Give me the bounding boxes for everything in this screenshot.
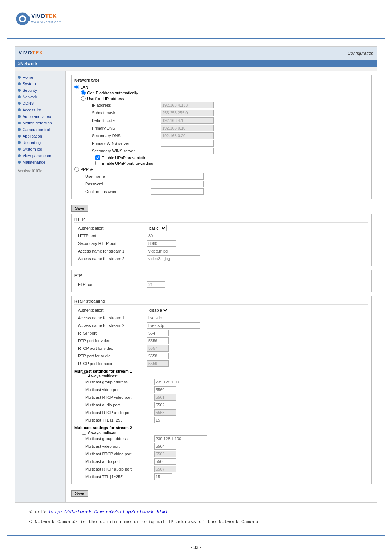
default-router-input[interactable]	[161, 117, 214, 124]
sidebar-item-network[interactable]: Network	[15, 94, 65, 100]
ip-address-input[interactable]	[161, 102, 214, 108]
password-input[interactable]	[151, 181, 204, 187]
rtsp-auth-row: Authentication: disable basic digest	[74, 307, 368, 313]
primary-wins-input[interactable]	[161, 140, 214, 147]
rtsp-section: RTSP streaming Authentication: disable b…	[71, 296, 372, 484]
access-stream1-input[interactable]	[147, 248, 200, 254]
multicast-audio-port1-input[interactable]	[154, 402, 176, 408]
sidebar-item-ddns[interactable]: DDNS	[15, 100, 65, 107]
upnp-port-checkbox[interactable]	[95, 161, 100, 165]
camera-panel: VIVOTEK Configuration >Network Home Syst…	[15, 46, 377, 503]
pppoe-row: PPPoE	[74, 167, 368, 172]
multicast-ttl2-row: Multicast TTL [1~255]	[82, 473, 368, 480]
pppoe-section: User name Password Confirm password	[74, 173, 368, 195]
username-input[interactable]	[151, 173, 204, 180]
multicast-ttl1-input[interactable]	[154, 417, 172, 423]
auto-ip-radio[interactable]	[81, 90, 86, 95]
secondary-wins-row: Secondary WINS server	[88, 148, 368, 154]
subnet-mask-row: Subnet mask	[88, 110, 368, 116]
rtp-audio-row: RTP port for audio	[74, 353, 368, 359]
rtcp-video-row: RTCP port for video	[74, 345, 368, 352]
multicast-group1-input[interactable]	[154, 379, 207, 385]
rtsp-auth-select[interactable]: disable basic digest	[147, 307, 168, 313]
panel-body: Home System Security Network DDNS	[15, 71, 377, 502]
sidebar-item-system[interactable]: System	[15, 81, 65, 87]
pppoe-radio[interactable]	[74, 167, 79, 172]
save-button-1[interactable]: Save	[71, 205, 88, 212]
view-params-dot-icon	[18, 154, 21, 157]
multicast-video-port1-input[interactable]	[154, 386, 176, 393]
rtsp-title: RTSP streaming	[74, 299, 368, 305]
rtp-audio-input[interactable]	[147, 353, 169, 359]
multicast-stream2-title: Multicast settings for stream 2	[74, 426, 368, 430]
rtcp-audio-row: RTCP port for audio	[74, 360, 368, 367]
multicast-rtcp-audio1-input[interactable]	[154, 409, 176, 416]
multicast-audio-port2-input[interactable]	[154, 458, 176, 465]
upnp-port-row: Enable UPnP port forwarding	[81, 161, 368, 165]
primary-dns-input[interactable]	[161, 125, 214, 131]
system-log-dot-icon	[18, 148, 21, 151]
multicast-rtcp-video2-row: Multicast RTCP video port	[82, 451, 368, 457]
top-header: VIVOTEK www.vivotek.com	[0, 0, 392, 38]
ftp-port-input[interactable]	[147, 281, 165, 288]
multicast-group2-input[interactable]	[154, 435, 207, 442]
always-multicast1-checkbox[interactable]	[82, 373, 86, 378]
multicast-rtcp-audio2-input[interactable]	[154, 466, 176, 472]
multicast-ttl2-input[interactable]	[154, 473, 172, 480]
sidebar-item-maintenance[interactable]: Maintenance	[15, 159, 65, 165]
sidebar-item-security[interactable]: Security	[15, 87, 65, 94]
rtp-video-input[interactable]	[147, 337, 169, 344]
sidebar-item-recording[interactable]: Recording	[15, 139, 65, 146]
password-row: Password	[78, 181, 368, 187]
fixed-ip-radio[interactable]	[81, 96, 86, 101]
sidebar-item-system-log[interactable]: System log	[15, 146, 65, 152]
sidebar-item-audio-video[interactable]: Audio and video	[15, 113, 65, 120]
rtcp-audio-input[interactable]	[147, 360, 169, 367]
http-port-input[interactable]	[147, 233, 176, 239]
multicast-rtcp-video1-row: Multicast RTCP video port	[82, 394, 368, 401]
default-router-row: Default router	[88, 117, 368, 124]
upnp-presentation-row: Enable UPnP presentation	[81, 155, 368, 160]
sidebar-item-home[interactable]: Home	[15, 74, 65, 81]
svg-rect-3	[27, 16, 30, 21]
rtsp-stream2-input[interactable]	[147, 322, 200, 329]
confirm-password-input[interactable]	[151, 188, 204, 195]
ftp-section: FTP FTP port	[71, 270, 372, 292]
http-auth-select[interactable]: basic digest	[147, 225, 167, 231]
rtsp-stream1-input[interactable]	[147, 315, 200, 321]
system-dot-icon	[18, 82, 21, 85]
multicast-rtcp-video1-input[interactable]	[154, 394, 176, 401]
sidebar-item-access-list[interactable]: Access list	[15, 107, 65, 113]
sidebar-item-view-parameters[interactable]: View parameters	[15, 152, 65, 159]
multicast-group1-row: Multicast group address	[82, 379, 368, 385]
sidebar-item-application[interactable]: Application	[15, 133, 65, 139]
multicast-rtcp-video2-input[interactable]	[154, 451, 176, 457]
secondary-http-port-input[interactable]	[147, 240, 176, 247]
http-section: HTTP Authentication: basic digest HTTP p…	[71, 214, 372, 266]
subnet-mask-input[interactable]	[161, 110, 214, 116]
secondary-wins-input[interactable]	[161, 148, 214, 154]
network-dot-icon	[18, 95, 21, 98]
access-stream2-input[interactable]	[147, 255, 200, 262]
access-list-dot-icon	[18, 108, 21, 111]
multicast-video-port2-input[interactable]	[154, 443, 176, 450]
sidebar-item-motion-detection[interactable]: Motion detection	[15, 120, 65, 126]
section-bar: >Network	[15, 60, 377, 67]
always-multicast2-checkbox[interactable]	[82, 430, 86, 435]
lan-radio[interactable]	[74, 85, 79, 89]
fixed-ip-row: Use fixed IP address	[81, 96, 368, 101]
save-button-2[interactable]: Save	[71, 490, 88, 497]
multicast-video-port2-row: Multicast video port	[82, 443, 368, 450]
http-port-row: HTTP port	[74, 233, 368, 239]
rtsp-stream1-row: Access name for stream 1	[74, 315, 368, 321]
svg-text:VIVOTEK: VIVOTEK	[19, 50, 43, 56]
rtsp-port-input[interactable]	[147, 330, 169, 336]
motion-dot-icon	[18, 122, 21, 124]
secondary-dns-input[interactable]	[161, 132, 214, 139]
rtcp-video-input[interactable]	[147, 345, 169, 352]
upnp-presentation-checkbox[interactable]	[95, 155, 100, 160]
sidebar: Home System Security Network DDNS	[15, 71, 66, 502]
ip-address-row: IP address	[88, 102, 368, 108]
sidebar-item-camera-control[interactable]: Camera control	[15, 126, 65, 133]
multicast-video-port1-row: Multicast video port	[82, 386, 368, 393]
